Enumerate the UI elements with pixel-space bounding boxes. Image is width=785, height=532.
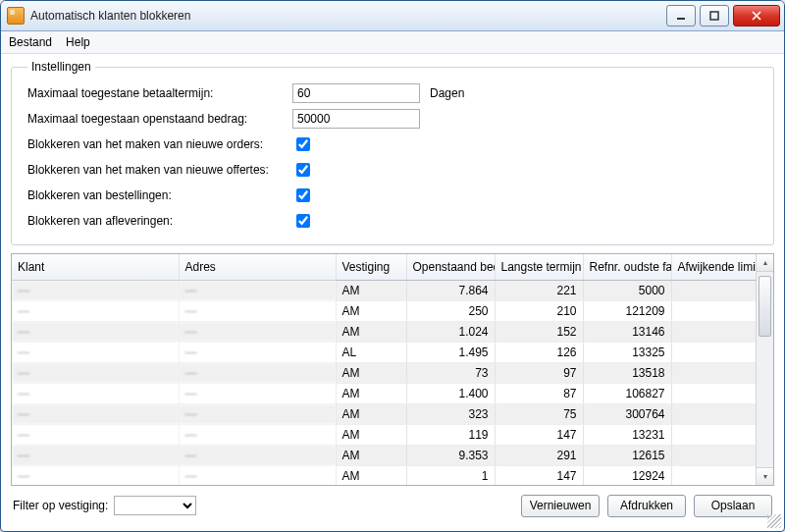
close-button[interactable] <box>733 5 780 27</box>
col-afwijkend[interactable]: Afwijkende limiete <box>671 254 756 281</box>
cell-refnr: 13231 <box>583 425 671 446</box>
cell-afwijkend <box>671 301 756 322</box>
cell-afwijkend <box>671 425 756 446</box>
col-vestiging[interactable]: Vestiging <box>336 254 406 281</box>
block-quotes-checkbox[interactable] <box>296 163 310 177</box>
cell-openstaand: 9.353 <box>406 446 495 466</box>
cell-openstaand: 73 <box>406 363 495 384</box>
scroll-thumb[interactable] <box>759 276 771 337</box>
grid-scroll-area: Klant Adres Vestiging Openstaand bedr. L… <box>12 254 756 485</box>
refresh-button[interactable]: Vernieuwen <box>521 495 600 517</box>
table-row[interactable]: ——AL1.49512613325 <box>12 343 756 363</box>
svg-rect-1 <box>710 12 718 20</box>
settings-group: Instellingen Maximaal toegestane betaalt… <box>11 60 774 245</box>
cell-klant: — <box>12 301 179 322</box>
cell-afwijkend <box>671 343 756 363</box>
cell-openstaand: 119 <box>406 425 495 446</box>
cell-langste: 291 <box>495 446 583 466</box>
menubar: Bestand Help <box>1 31 784 54</box>
max-term-input[interactable] <box>292 83 420 103</box>
print-button[interactable]: Afdrukken <box>607 495 686 517</box>
filter-label: Filter op vestiging: <box>13 499 108 512</box>
window-title: Automatisch klanten blokkeren <box>30 9 662 23</box>
max-term-unit: Dagen <box>430 86 464 100</box>
cell-afwijkend <box>671 384 756 404</box>
cell-adres: — <box>179 343 336 363</box>
table-row[interactable]: ——AM250210121209 <box>12 301 756 322</box>
cell-vestiging: AM <box>336 363 406 384</box>
cell-refnr: 121209 <box>583 301 671 322</box>
cell-refnr: 300764 <box>583 404 671 425</box>
cell-langste: 147 <box>495 425 583 446</box>
block-delivery-label: Blokkeren van afleveringen: <box>27 214 292 228</box>
cell-langste: 221 <box>495 281 583 301</box>
cell-adres: — <box>179 466 336 486</box>
save-button[interactable]: Opslaan <box>694 495 772 517</box>
data-grid[interactable]: Klant Adres Vestiging Openstaand bedr. L… <box>11 253 774 486</box>
minimize-icon <box>676 11 686 21</box>
cell-openstaand: 7.864 <box>406 281 495 301</box>
cell-langste: 75 <box>495 404 583 425</box>
block-orders-checkbox[interactable] <box>296 137 310 151</box>
block-delivery-checkbox[interactable] <box>296 214 310 228</box>
window-frame: Automatisch klanten blokkeren Bestand He… <box>0 0 785 532</box>
cell-vestiging: AM <box>336 384 406 404</box>
cell-langste: 147 <box>495 466 583 486</box>
cell-openstaand: 1 <box>406 466 495 486</box>
block-purchase-checkbox[interactable] <box>296 188 310 202</box>
table-row[interactable]: ——AM32375300764 <box>12 404 756 425</box>
cell-afwijkend <box>671 322 756 343</box>
cell-refnr: 12615 <box>583 446 671 466</box>
grid-header-row[interactable]: Klant Adres Vestiging Openstaand bedr. L… <box>12 254 756 281</box>
table-row[interactable]: ——AM739713518 <box>12 363 756 384</box>
svg-rect-0 <box>677 18 685 20</box>
table-row[interactable]: ——AM7.8642215000 <box>12 281 756 301</box>
col-openstaand[interactable]: Openstaand bedr. <box>406 254 495 281</box>
cell-vestiging: AM <box>336 281 406 301</box>
cell-vestiging: AL <box>336 343 406 363</box>
table-row[interactable]: ——AM1.40087106827 <box>12 384 756 404</box>
col-refnr[interactable]: Refnr. oudste fact. <box>583 254 671 281</box>
cell-refnr: 13325 <box>583 343 671 363</box>
menu-help[interactable]: Help <box>66 35 90 49</box>
cell-afwijkend <box>671 404 756 425</box>
cell-adres: — <box>179 446 336 466</box>
table-row[interactable]: ——AM114712924 <box>12 466 756 486</box>
bottom-bar: Filter op vestiging: Vernieuwen Afdrukke… <box>11 486 774 521</box>
titlebar[interactable]: Automatisch klanten blokkeren <box>1 1 784 31</box>
cell-klant: — <box>12 363 179 384</box>
table-row[interactable]: ——AM1.02415213146 <box>12 322 756 343</box>
cell-adres: — <box>179 363 336 384</box>
close-icon <box>752 11 761 21</box>
cell-afwijkend <box>671 446 756 466</box>
scroll-down-arrow[interactable]: ▾ <box>757 467 773 485</box>
col-klant[interactable]: Klant <box>12 254 179 281</box>
table-row[interactable]: ——AM11914713231 <box>12 425 756 446</box>
menu-file[interactable]: Bestand <box>9 35 52 49</box>
cell-adres: — <box>179 384 336 404</box>
cell-adres: — <box>179 425 336 446</box>
cell-refnr: 13146 <box>583 322 671 343</box>
cell-refnr: 5000 <box>583 281 671 301</box>
cell-openstaand: 1.400 <box>406 384 495 404</box>
table-row[interactable]: ——AM9.35329112615 <box>12 446 756 466</box>
max-amount-input[interactable] <box>292 109 420 129</box>
scroll-up-arrow[interactable]: ▴ <box>757 254 773 272</box>
minimize-button[interactable] <box>666 5 696 27</box>
filter-vestiging-select[interactable] <box>114 496 196 515</box>
app-icon <box>7 7 25 25</box>
block-purchase-label: Blokkeren van bestellingen: <box>27 188 292 202</box>
cell-langste: 210 <box>495 301 583 322</box>
maximize-button[interactable] <box>700 5 729 27</box>
cell-adres: — <box>179 301 336 322</box>
cell-langste: 97 <box>495 363 583 384</box>
col-adres[interactable]: Adres <box>179 254 336 281</box>
cell-vestiging: AM <box>336 322 406 343</box>
cell-vestiging: AM <box>336 466 406 486</box>
cell-openstaand: 1.024 <box>406 322 495 343</box>
grid-scrollbar[interactable]: ▴ ▾ <box>756 254 773 485</box>
col-langste[interactable]: Langste termijn <box>495 254 583 281</box>
cell-vestiging: AM <box>336 301 406 322</box>
cell-refnr: 106827 <box>583 384 671 404</box>
cell-adres: — <box>179 281 336 301</box>
